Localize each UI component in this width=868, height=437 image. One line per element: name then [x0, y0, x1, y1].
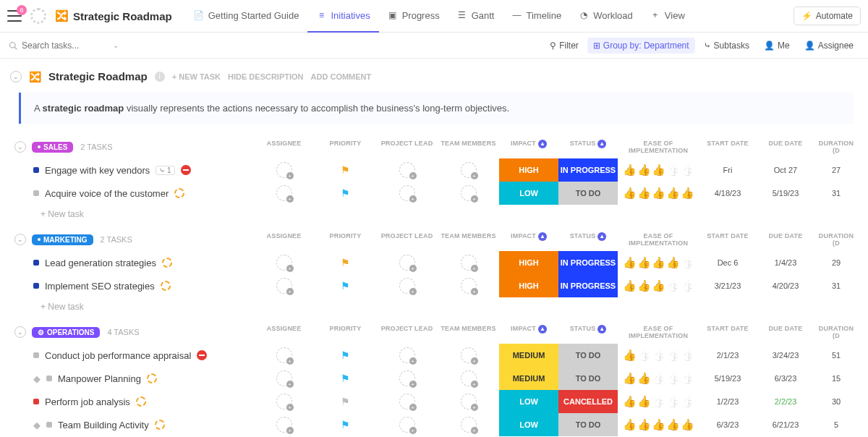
hide-description-link[interactable]: HIDE DESCRIPTION	[228, 72, 304, 81]
add-assignee-icon[interactable]	[276, 278, 292, 294]
new-task-button[interactable]: + New task	[0, 205, 868, 229]
team-members-cell[interactable]	[438, 182, 499, 205]
add-team-icon[interactable]	[461, 255, 477, 271]
assignee-cell[interactable]	[253, 390, 315, 413]
team-members-cell[interactable]	[438, 251, 499, 274]
ease-cell[interactable]: 👍👍👍👍👍	[618, 390, 699, 413]
impact-cell[interactable]: HIGH	[499, 274, 558, 297]
project-lead-cell[interactable]	[376, 344, 438, 367]
column-header[interactable]: PROJECT LEAD	[376, 325, 438, 339]
due-date-cell[interactable]: 4/20/23	[757, 274, 814, 297]
menu-button[interactable]: 6	[7, 10, 22, 22]
assignee-cell[interactable]	[253, 158, 315, 182]
status-square[interactable]	[46, 376, 52, 381]
impact-cell[interactable]: LOW	[499, 413, 558, 436]
add-lead-icon[interactable]	[399, 255, 415, 271]
task-name-cell[interactable]: Lead generation strategies	[33, 258, 253, 268]
status-square[interactable]	[33, 283, 39, 289]
priority-cell[interactable]: ⚑	[315, 367, 376, 390]
team-members-cell[interactable]	[438, 413, 499, 436]
column-header[interactable]: IMPACT▲	[499, 140, 558, 154]
column-header[interactable]: EASE OF IMPLEMENTATION	[618, 325, 699, 339]
column-header[interactable]: EASE OF IMPLEMENTATION	[618, 232, 699, 247]
duration-cell[interactable]: 5	[814, 413, 858, 436]
task-row[interactable]: ◆ Manpower Planning ⚑ MEDIUM TO DO 👍👍👍👍👍…	[0, 367, 868, 390]
task-name-cell[interactable]: ◆ Team Building Activity	[33, 420, 253, 430]
status-square[interactable]	[46, 422, 52, 428]
add-team-icon[interactable]	[461, 417, 477, 433]
column-header[interactable]: START DATE	[699, 140, 757, 154]
column-header[interactable]: PROJECT LEAD	[376, 140, 438, 154]
project-lead-cell[interactable]	[376, 367, 438, 390]
tab-timeline[interactable]: —Timeline	[503, 0, 570, 33]
status-cell[interactable]: IN PROGRESS	[558, 274, 618, 297]
column-header[interactable]: TEAM MEMBERS	[438, 325, 499, 339]
ease-cell[interactable]: 👍👍👍👍👍	[618, 344, 699, 367]
project-lead-cell[interactable]	[376, 274, 438, 297]
duration-cell[interactable]: 29	[814, 251, 858, 274]
task-name-cell[interactable]: Acquire voice of the customer	[33, 188, 253, 199]
start-date-cell[interactable]: 3/21/23	[699, 274, 757, 297]
due-date-cell[interactable]: 3/24/23	[757, 344, 814, 367]
task-row[interactable]: Conduct job performance appraisal ⚑ MEDI…	[0, 344, 868, 367]
impact-cell[interactable]: HIGH	[499, 251, 558, 274]
task-row[interactable]: Engage with key vendors ⤷ 1 ⚑ HIGH IN PR…	[0, 158, 868, 182]
add-team-icon[interactable]	[461, 370, 477, 386]
assignee-cell[interactable]	[253, 251, 315, 274]
impact-cell[interactable]: HIGH	[499, 158, 558, 182]
add-comment-link[interactable]: ADD COMMENT	[311, 72, 372, 81]
column-header[interactable]: PRIORITY	[315, 325, 376, 339]
priority-cell[interactable]: ⚑	[315, 158, 376, 182]
ease-cell[interactable]: 👍👍👍👍👍	[618, 274, 699, 297]
team-members-cell[interactable]	[438, 344, 499, 367]
add-team-icon[interactable]	[461, 394, 477, 410]
tab-workload[interactable]: ◔Workload	[570, 0, 642, 33]
priority-cell[interactable]: ⚑	[315, 344, 376, 367]
ease-cell[interactable]: 👍👍👍👍👍	[618, 413, 699, 436]
duration-cell[interactable]: 51	[814, 344, 858, 367]
group-collapse[interactable]: ⌄	[14, 234, 26, 245]
impact-cell[interactable]: LOW	[499, 390, 558, 413]
group-collapse[interactable]: ⌄	[14, 326, 26, 338]
column-header[interactable]: ASSIGNEE	[253, 325, 315, 339]
subtasks-button[interactable]: ⤷Subtasks	[698, 38, 755, 54]
start-date-cell[interactable]: Fri	[699, 158, 757, 182]
project-lead-cell[interactable]	[376, 251, 438, 274]
column-header[interactable]: DURATION (D	[814, 140, 858, 154]
impact-cell[interactable]: LOW	[499, 182, 558, 205]
project-lead-cell[interactable]	[376, 182, 438, 205]
team-members-cell[interactable]	[438, 158, 499, 182]
column-header[interactable]: IMPACT▲	[499, 325, 558, 339]
task-row[interactable]: Perform job analysis ⚑ LOW CANCELLED 👍👍👍…	[0, 390, 868, 413]
group-collapse[interactable]: ⌄	[14, 141, 26, 153]
assignee-cell[interactable]	[253, 274, 315, 297]
column-header[interactable]: PROJECT LEAD	[376, 232, 438, 247]
duration-cell[interactable]: 30	[814, 390, 858, 413]
ease-cell[interactable]: 👍👍👍👍👍	[618, 158, 699, 182]
column-header[interactable]: TEAM MEMBERS	[438, 232, 499, 247]
assignee-cell[interactable]	[253, 182, 315, 205]
status-cell[interactable]: IN PROGRESS	[558, 158, 618, 182]
task-name-cell[interactable]: Conduct job performance appraisal	[33, 350, 253, 361]
duration-cell[interactable]: 31	[814, 274, 858, 297]
add-assignee-icon[interactable]	[276, 255, 292, 271]
column-header[interactable]: PRIORITY	[315, 140, 376, 154]
start-date-cell[interactable]: Dec 6	[699, 251, 757, 274]
add-assignee-icon[interactable]	[276, 185, 292, 201]
column-header[interactable]: TEAM MEMBERS	[438, 140, 499, 154]
group-pill[interactable]: MARKETING	[32, 234, 93, 245]
due-date-cell[interactable]: 5/19/23	[757, 182, 814, 205]
page-title[interactable]: Strategic Roadmap	[73, 10, 172, 22]
impact-cell[interactable]: MEDIUM	[499, 344, 558, 367]
column-header[interactable]: START DATE	[699, 232, 757, 247]
group-by-button[interactable]: ⊞Group by: Department	[587, 38, 695, 54]
column-header[interactable]: STATUS▲	[558, 232, 618, 247]
status-cell[interactable]: TO DO	[558, 344, 618, 367]
task-name-cell[interactable]: ◆ Manpower Planning	[33, 373, 253, 384]
duration-cell[interactable]: 27	[814, 158, 858, 182]
add-team-icon[interactable]	[461, 278, 477, 294]
duration-cell[interactable]: 15	[814, 367, 858, 390]
tab-view[interactable]: +View	[642, 0, 694, 33]
ease-cell[interactable]: 👍👍👍👍👍	[618, 367, 699, 390]
priority-cell[interactable]: ⚑	[315, 274, 376, 297]
